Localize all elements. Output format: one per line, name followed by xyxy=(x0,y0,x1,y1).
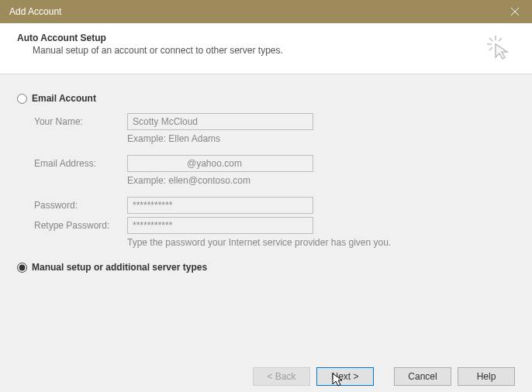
cursor-click-icon xyxy=(485,34,512,60)
manual-setup-label: Manual setup or additional server types xyxy=(32,262,207,273)
help-button[interactable]: Help xyxy=(458,367,515,386)
next-button[interactable]: Next > xyxy=(316,367,374,386)
retype-password-input[interactable] xyxy=(127,217,313,234)
email-account-option[interactable]: Email Account xyxy=(17,93,515,104)
wizard-subheading: Manual setup of an account or connect to… xyxy=(17,45,283,56)
svg-line-2 xyxy=(489,38,492,41)
svg-line-3 xyxy=(499,38,502,41)
retype-password-label: Retype Password: xyxy=(34,220,127,231)
email-account-form: Your Name: Example: Ellen Adams Email Ad… xyxy=(34,113,515,248)
email-label: Email Address: xyxy=(34,158,127,169)
close-icon xyxy=(510,7,520,16)
password-hint: Type the password your Internet service … xyxy=(127,237,391,248)
password-input[interactable] xyxy=(127,197,313,214)
wizard-icon xyxy=(485,34,512,63)
email-input[interactable] xyxy=(127,155,313,172)
email-account-label: Email Account xyxy=(32,93,96,104)
svg-line-4 xyxy=(489,47,492,50)
email-account-radio[interactable] xyxy=(17,94,27,104)
manual-setup-option[interactable]: Manual setup or additional server types xyxy=(17,262,515,273)
password-label: Password: xyxy=(34,200,127,211)
wizard-body: Email Account Your Name: Example: Ellen … xyxy=(0,74,532,392)
email-hint: Example: ellen@contoso.com xyxy=(127,175,250,186)
wizard-heading: Auto Account Setup xyxy=(17,33,283,43)
close-button[interactable] xyxy=(498,0,532,23)
your-name-label: Your Name: xyxy=(34,116,127,127)
wizard-buttons: < Back Next > Cancel Help xyxy=(253,367,515,386)
your-name-hint: Example: Ellen Adams xyxy=(127,133,220,144)
manual-setup-radio[interactable] xyxy=(17,263,27,273)
wizard-header: Auto Account Setup Manual setup of an ac… xyxy=(0,23,532,74)
your-name-input[interactable] xyxy=(127,113,313,130)
back-button: < Back xyxy=(253,367,310,386)
titlebar: Add Account xyxy=(0,0,532,23)
cancel-button[interactable]: Cancel xyxy=(394,367,451,386)
window-title: Add Account xyxy=(9,6,61,17)
